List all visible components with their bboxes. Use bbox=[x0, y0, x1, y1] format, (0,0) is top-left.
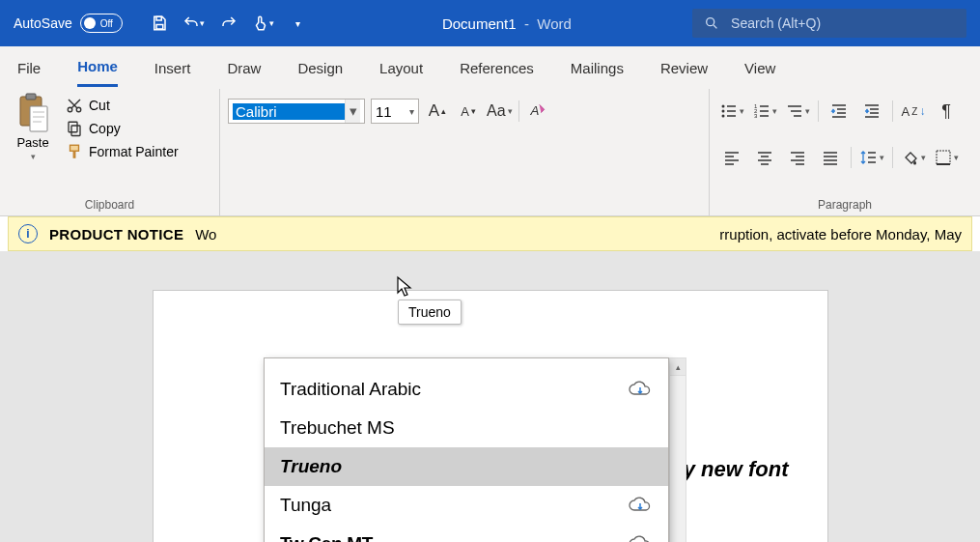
font-group: Calibri ▾ 11 ▾ A▴ A▾ Aa▾ A bbox=[220, 89, 710, 215]
quick-access-toolbar: ▾ ▾ ▾ bbox=[136, 8, 322, 39]
decrease-indent-button[interactable] bbox=[826, 99, 852, 124]
format-painter-button[interactable]: Format Painter bbox=[66, 143, 179, 160]
paste-button[interactable]: Paste ▾ bbox=[10, 93, 56, 161]
grow-font-button[interactable]: A▴ bbox=[425, 99, 450, 124]
font-size-value: 11 bbox=[376, 103, 392, 120]
bullets-button[interactable]: ▾ bbox=[719, 99, 744, 124]
notice-title: PRODUCT NOTICE bbox=[49, 226, 183, 242]
sort-button[interactable]: AZ↓ bbox=[901, 99, 926, 124]
tab-home[interactable]: Home bbox=[77, 48, 118, 87]
align-right-button[interactable] bbox=[785, 145, 810, 170]
align-center-button[interactable] bbox=[752, 145, 777, 170]
undo-button[interactable]: ▾ bbox=[179, 8, 210, 39]
tab-draw[interactable]: Draw bbox=[227, 50, 261, 86]
autosave-label: AutoSave bbox=[14, 15, 72, 31]
font-name-combo[interactable]: Calibri ▾ bbox=[228, 99, 365, 124]
paragraph-group-label: Paragraph bbox=[719, 196, 970, 214]
search-box[interactable] bbox=[692, 9, 966, 38]
justify-button[interactable] bbox=[818, 145, 843, 170]
font-name-value: Calibri bbox=[233, 103, 345, 120]
brush-icon bbox=[66, 143, 83, 160]
chevron-down-icon[interactable]: ▾ bbox=[345, 100, 360, 123]
font-option[interactable]: Trueno bbox=[265, 447, 668, 486]
chevron-down-icon[interactable]: ▾ bbox=[409, 106, 414, 117]
tab-layout[interactable]: Layout bbox=[379, 50, 423, 86]
touch-mode-button[interactable]: ▾ bbox=[248, 8, 279, 39]
font-option[interactable]: Trebuchet MS bbox=[265, 409, 668, 447]
svg-rect-60 bbox=[937, 151, 950, 164]
clipboard-group: Paste ▾ Cut Copy Format Painter Clipboar… bbox=[0, 89, 220, 215]
info-icon: i bbox=[18, 224, 38, 243]
customize-qat-button[interactable]: ▾ bbox=[283, 8, 314, 39]
cursor-icon bbox=[396, 275, 415, 299]
copy-icon bbox=[66, 120, 83, 137]
search-input[interactable] bbox=[731, 15, 955, 31]
svg-point-2 bbox=[707, 18, 714, 26]
redo-button[interactable] bbox=[213, 8, 244, 39]
font-option-label: Tw Cen MT bbox=[280, 533, 373, 542]
scissors-icon bbox=[66, 97, 83, 114]
line-spacing-button[interactable]: ▾ bbox=[859, 145, 884, 170]
toggle-dot bbox=[84, 17, 96, 29]
svg-rect-6 bbox=[30, 106, 47, 131]
dropdown-scrollbar[interactable]: ▴ bbox=[669, 357, 686, 542]
tab-review[interactable]: Review bbox=[660, 50, 708, 86]
svg-rect-14 bbox=[71, 126, 80, 136]
clipboard-group-label: Clipboard bbox=[10, 196, 210, 214]
align-left-button[interactable] bbox=[719, 145, 744, 170]
tab-view[interactable]: View bbox=[744, 50, 775, 86]
change-case-button[interactable]: Aa▾ bbox=[487, 99, 513, 124]
autosave-toggle[interactable]: AutoSave Off bbox=[0, 14, 136, 33]
tab-references[interactable]: References bbox=[460, 50, 534, 86]
toggle-switch[interactable]: Off bbox=[80, 14, 123, 33]
font-option[interactable]: Tunga bbox=[265, 486, 668, 525]
svg-line-3 bbox=[714, 25, 716, 28]
format-painter-label: Format Painter bbox=[89, 144, 179, 159]
save-button[interactable] bbox=[144, 8, 175, 39]
bucket-icon bbox=[902, 149, 919, 166]
clear-formatting-button[interactable]: A bbox=[525, 99, 550, 124]
font-option[interactable]: Trade Gothic Next Rounded bbox=[265, 357, 668, 370]
font-size-combo[interactable]: 11 ▾ bbox=[371, 99, 419, 124]
font-tooltip: Trueno bbox=[398, 300, 462, 325]
toggle-state: Off bbox=[100, 18, 113, 29]
window-title: Document1 - Word bbox=[322, 15, 692, 32]
ribbon: Paste ▾ Cut Copy Format Painter Clipboar… bbox=[0, 89, 980, 216]
cut-button[interactable]: Cut bbox=[66, 97, 179, 114]
paste-label: Paste bbox=[16, 135, 48, 150]
font-option-label: Tunga bbox=[280, 495, 331, 516]
font-option-label: Trueno bbox=[280, 456, 342, 477]
show-marks-button[interactable]: ¶ bbox=[934, 99, 959, 124]
shrink-font-button[interactable]: A▾ bbox=[456, 99, 481, 124]
copy-label: Copy bbox=[89, 121, 121, 136]
increase-indent-button[interactable] bbox=[859, 99, 884, 124]
tab-insert[interactable]: Insert bbox=[154, 50, 191, 86]
eraser-icon: A bbox=[528, 101, 547, 121]
paste-icon bbox=[16, 93, 49, 133]
tab-design[interactable]: Design bbox=[297, 50, 343, 86]
numbering-button[interactable]: 123▾ bbox=[752, 99, 777, 124]
font-option-label: Trade Gothic Next Rounded bbox=[280, 357, 508, 361]
scroll-up-button[interactable]: ▴ bbox=[670, 358, 686, 376]
copy-button[interactable]: Copy bbox=[66, 120, 179, 137]
multilevel-list-button[interactable]: ▾ bbox=[785, 99, 810, 124]
borders-button[interactable]: ▾ bbox=[934, 145, 959, 170]
svg-rect-16 bbox=[70, 145, 79, 151]
svg-rect-1 bbox=[156, 25, 163, 30]
notice-text-left: Wo bbox=[195, 226, 216, 242]
font-dropdown[interactable]: Trade Gothic Next RoundedTraditional Ara… bbox=[264, 357, 669, 542]
app-name: Word bbox=[537, 15, 572, 32]
svg-rect-15 bbox=[69, 122, 77, 132]
font-option-label: Traditional Arabic bbox=[280, 379, 421, 400]
tab-mailings[interactable]: Mailings bbox=[571, 50, 624, 86]
document-name: Document1 bbox=[442, 15, 517, 32]
svg-rect-5 bbox=[26, 94, 36, 100]
paragraph-group: ▾ 123▾ ▾ AZ↓ ¶ ▾ ▾ ▾ Par bbox=[710, 89, 980, 215]
svg-text:A: A bbox=[529, 103, 539, 118]
tab-file[interactable]: File bbox=[17, 50, 41, 86]
ribbon-tabs: FileHomeInsertDrawDesignLayoutReferences… bbox=[0, 46, 980, 89]
shading-button[interactable]: ▾ bbox=[901, 145, 926, 170]
font-option[interactable]: Traditional Arabic bbox=[265, 370, 668, 409]
font-option[interactable]: Tw Cen MT bbox=[265, 525, 668, 542]
svg-point-18 bbox=[721, 105, 724, 108]
